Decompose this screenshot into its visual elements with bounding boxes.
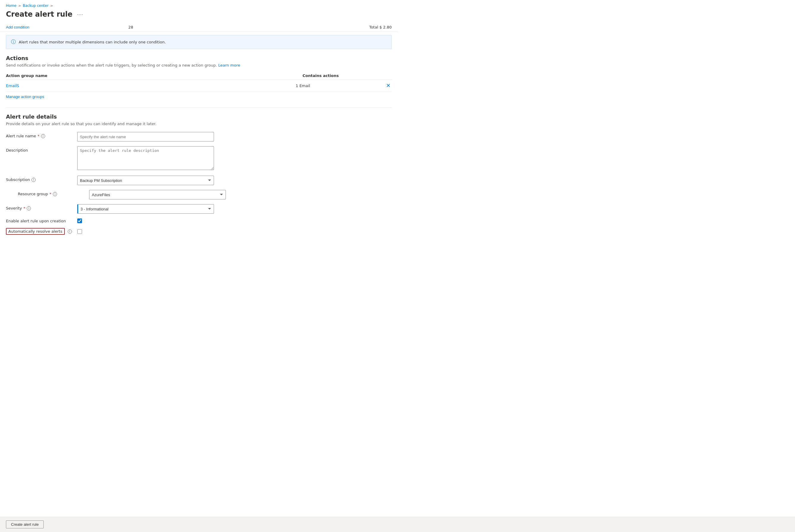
summary-count: 28: [101, 25, 160, 30]
breadcrumb-sep1: >: [18, 4, 21, 8]
section-divider: [6, 107, 392, 108]
description-control: [77, 146, 214, 171]
resource-group-info-icon[interactable]: i: [53, 192, 57, 196]
page-header: Create alert rule ···: [0, 9, 398, 23]
action-contains-cell: 1 Email: [296, 83, 385, 88]
severity-select[interactable]: 0 - Critical 1 - Error 2 - Warning 3 - I…: [77, 204, 214, 214]
subscription-control: Backup PM Subscription: [77, 176, 214, 185]
severity-required-star: *: [23, 206, 25, 210]
alert-rule-name-input[interactable]: [77, 132, 214, 141]
description-label: Description: [6, 146, 77, 152]
alert-rule-name-info-icon[interactable]: i: [41, 134, 45, 138]
auto-resolve-info-icon[interactable]: i: [68, 229, 72, 234]
enable-alert-row: Enable alert rule upon creation: [6, 218, 392, 223]
learn-more-link[interactable]: Learn more: [218, 63, 240, 68]
severity-row: Severity * i 0 - Critical 1 - Error 2 - …: [6, 204, 392, 214]
enable-alert-checkbox-wrapper: [77, 218, 82, 223]
auto-resolve-checkbox-wrapper: [77, 229, 82, 234]
description-row: Description: [6, 146, 392, 171]
alert-details-title: Alert rule details: [6, 114, 392, 120]
alert-rule-name-row: Alert rule name * i: [6, 132, 392, 141]
action-group-name-cell: EmailS: [6, 83, 296, 88]
subscription-select[interactable]: Backup PM Subscription: [77, 176, 214, 185]
subscription-info-icon[interactable]: i: [32, 178, 36, 182]
breadcrumb-backup-center[interactable]: Backup center: [23, 4, 49, 8]
table-row: EmailS 1 Email ✕: [6, 80, 392, 92]
alert-rule-name-label: Alert rule name * i: [6, 132, 77, 138]
auto-resolve-label: Automatically resolve alerts i: [6, 228, 77, 235]
alert-rule-name-control: [77, 132, 214, 141]
resource-group-required-star: *: [50, 192, 52, 196]
auto-resolve-checkbox[interactable]: [77, 229, 82, 234]
page-title: Create alert rule: [6, 10, 73, 18]
subscription-label: Subscription i: [6, 176, 77, 182]
more-options-button[interactable]: ···: [75, 11, 85, 18]
required-star: *: [37, 134, 39, 138]
resource-group-control: AzureFiles: [89, 190, 226, 200]
breadcrumb-home[interactable]: Home: [6, 4, 16, 8]
info-icon: ⓘ: [11, 39, 16, 45]
manage-action-groups-link[interactable]: Manage action groups: [6, 95, 44, 99]
alert-rule-details-section: Alert rule details Provide details on yo…: [0, 114, 398, 246]
actions-table-header: Action group name Contains actions: [6, 72, 392, 80]
description-input[interactable]: [77, 146, 214, 170]
actions-desc: Send notifications or invoke actions whe…: [6, 63, 392, 68]
enable-alert-label: Enable alert rule upon creation: [6, 219, 77, 223]
breadcrumb: Home > Backup center >: [0, 0, 398, 9]
col-action-group-name: Action group name: [6, 73, 303, 78]
resource-group-label: Resource group * i: [18, 190, 89, 196]
summary-bar: Add condition 28 Total $ 2.80: [0, 23, 398, 32]
subscription-row: Subscription i Backup PM Subscription: [6, 176, 392, 185]
add-condition-button[interactable]: Add condition: [6, 25, 101, 30]
summary-total: Total $ 2.80: [369, 25, 392, 30]
resource-group-row: Resource group * i AzureFiles: [6, 190, 392, 200]
severity-info-icon[interactable]: i: [27, 206, 31, 210]
severity-control: 0 - Critical 1 - Error 2 - Warning 3 - I…: [77, 204, 214, 214]
breadcrumb-sep2: >: [50, 4, 53, 8]
action-group-link[interactable]: EmailS: [6, 83, 19, 88]
remove-action-button[interactable]: ✕: [385, 82, 392, 89]
auto-resolve-highlight: Automatically resolve alerts: [6, 228, 65, 235]
auto-resolve-row: Automatically resolve alerts i: [6, 228, 392, 235]
info-banner-text: Alert rules that monitor multiple dimens…: [19, 40, 166, 44]
actions-section: Actions Send notifications or invoke act…: [0, 55, 398, 105]
alert-details-desc: Provide details on your alert rule so th…: [6, 121, 392, 126]
resource-group-select[interactable]: AzureFiles: [89, 190, 226, 200]
actions-title: Actions: [6, 55, 392, 61]
col-contains-actions: Contains actions: [303, 73, 392, 78]
severity-label: Severity * i: [6, 204, 77, 210]
enable-alert-checkbox[interactable]: [77, 218, 82, 223]
info-banner: ⓘ Alert rules that monitor multiple dime…: [6, 35, 392, 49]
